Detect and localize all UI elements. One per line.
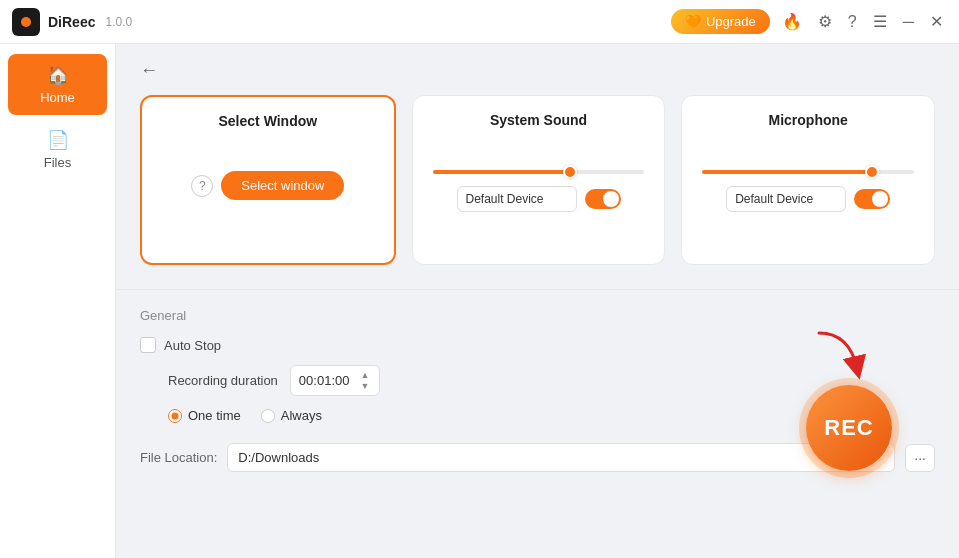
always-radio[interactable] xyxy=(261,409,275,423)
slider-track xyxy=(433,170,645,174)
content-area: ← Select Window xyxy=(116,44,959,558)
microphone-title: Microphone xyxy=(769,112,848,128)
system-sound-slider[interactable] xyxy=(429,170,649,174)
home-icon: 🏠 xyxy=(47,64,69,86)
cards-row: Select Window ? Select window xyxy=(140,95,935,265)
upgrade-label: Upgrade xyxy=(706,14,756,29)
close-icon[interactable]: ✕ xyxy=(926,8,947,35)
sidebar-files-label: Files xyxy=(44,155,71,170)
slider-thumb[interactable] xyxy=(563,165,577,179)
more-icon: ··· xyxy=(914,450,926,466)
one-time-label[interactable]: One time xyxy=(168,408,241,423)
sidebar-home-label: Home xyxy=(40,90,75,105)
sidebar-item-home[interactable]: 🏠 Home xyxy=(8,54,107,115)
auto-stop-label[interactable]: Auto Stop xyxy=(140,337,221,353)
files-icon: 📄 xyxy=(47,129,69,151)
duration-down-button[interactable]: ▼ xyxy=(359,381,371,391)
system-sound-toggle[interactable] xyxy=(585,189,621,209)
back-arrow-icon: ← xyxy=(140,60,158,80)
system-sound-device-row: Default Device xyxy=(429,186,649,212)
one-time-radio[interactable] xyxy=(168,409,182,423)
mic-slider-fill xyxy=(702,170,871,174)
minimize-icon[interactable]: ─ xyxy=(899,9,918,35)
general-section-title: General xyxy=(140,308,935,323)
select-window-title: Select Window xyxy=(219,113,318,129)
titlebar: DiReec 1.0.0 🧡 Upgrade 🔥 ⚙ ? ☰ ─ ✕ xyxy=(0,0,959,44)
rec-arrow-svg xyxy=(809,323,869,383)
always-label[interactable]: Always xyxy=(261,408,322,423)
duration-input[interactable]: 00:01:00 ▲ ▼ xyxy=(290,365,380,396)
upgrade-button[interactable]: 🧡 Upgrade xyxy=(671,9,770,34)
divider xyxy=(116,289,959,290)
microphone-card: Microphone xyxy=(681,95,935,265)
select-window-button[interactable]: Select window xyxy=(221,171,344,200)
mic-slider-thumb[interactable] xyxy=(865,165,879,179)
rec-button-inner: REC xyxy=(806,385,892,471)
radio-group: One time Always xyxy=(168,408,322,423)
select-window-actions: ? Select window xyxy=(158,171,378,200)
main-layout: 🏠 Home 📄 Files ← Select Window xyxy=(0,44,959,558)
duration-value: 00:01:00 xyxy=(299,373,350,388)
microphone-device-row: Default Device xyxy=(698,186,918,212)
system-sound-device-select[interactable]: Default Device xyxy=(457,186,577,212)
system-sound-title: System Sound xyxy=(490,112,587,128)
back-button[interactable]: ← xyxy=(140,60,158,81)
menu-icon[interactable]: ☰ xyxy=(869,8,891,35)
sidebar-item-files[interactable]: 📄 Files xyxy=(8,119,107,180)
microphone-slider[interactable] xyxy=(698,170,918,174)
titlebar-right: 🧡 Upgrade 🔥 ⚙ ? ☰ ─ ✕ xyxy=(671,8,947,35)
app-logo xyxy=(12,8,40,36)
app-version: 1.0.0 xyxy=(105,15,132,29)
always-text: Always xyxy=(281,408,322,423)
recording-duration-label: Recording duration xyxy=(168,373,278,388)
mic-slider-track xyxy=(702,170,914,174)
file-location-more-button[interactable]: ··· xyxy=(905,444,935,472)
file-location-label: File Location: xyxy=(140,450,217,465)
sidebar: 🏠 Home 📄 Files xyxy=(0,44,116,558)
flame-icon[interactable]: 🔥 xyxy=(778,8,806,35)
help-button[interactable]: ? xyxy=(191,175,213,197)
settings-circle-icon[interactable]: ⚙ xyxy=(814,8,836,35)
rec-label: REC xyxy=(824,415,873,441)
auto-stop-text: Auto Stop xyxy=(164,338,221,353)
microphone-device-select[interactable]: Default Device xyxy=(726,186,846,212)
app-logo-dot xyxy=(21,17,31,27)
rec-arrow-indicator xyxy=(809,323,869,383)
app-name: DiReec xyxy=(48,14,95,30)
auto-stop-checkbox[interactable] xyxy=(140,337,156,353)
file-location-input[interactable] xyxy=(227,443,895,472)
one-time-text: One time xyxy=(188,408,241,423)
slider-fill xyxy=(433,170,571,174)
titlebar-left: DiReec 1.0.0 xyxy=(12,8,132,36)
duration-spinners: ▲ ▼ xyxy=(359,370,371,391)
rec-button-outer[interactable]: REC xyxy=(799,378,899,478)
duration-up-button[interactable]: ▲ xyxy=(359,370,371,380)
system-sound-card: System Sound Default De xyxy=(412,95,666,265)
help-icon[interactable]: ? xyxy=(844,9,861,35)
heart-icon: 🧡 xyxy=(685,14,701,29)
select-window-card: Select Window ? Select window xyxy=(140,95,396,265)
rec-container: REC xyxy=(799,378,899,478)
microphone-toggle[interactable] xyxy=(854,189,890,209)
